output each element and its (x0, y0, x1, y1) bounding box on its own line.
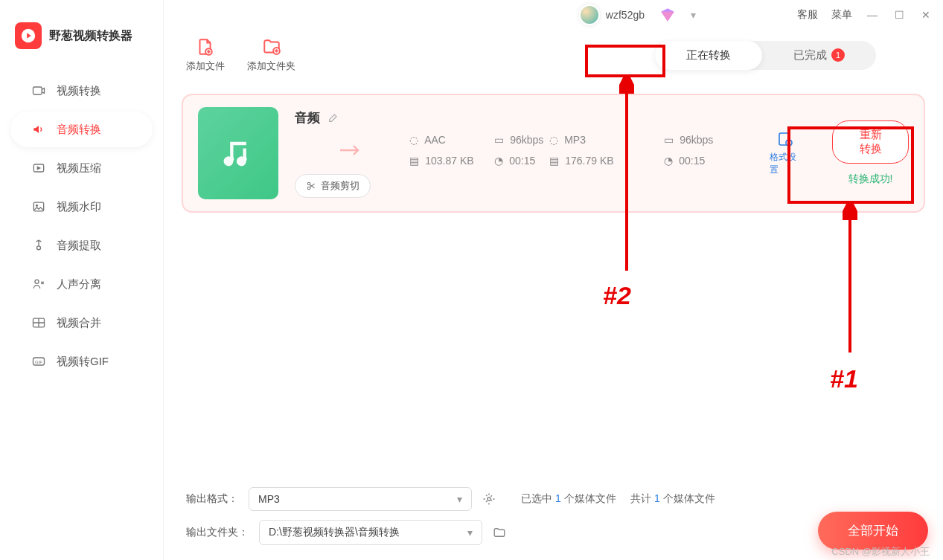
add-folder-label: 添加文件夹 (247, 59, 295, 73)
minimize-icon[interactable]: — (866, 8, 879, 22)
video-compress-icon (31, 161, 46, 176)
svg-point-6 (35, 280, 39, 283)
tgt-format: MP3 (564, 134, 586, 146)
add-file-button[interactable]: 添加文件 (186, 37, 225, 73)
video-gif-icon: GIF (31, 354, 46, 369)
sidebar-item-video-compress[interactable]: 视频压缩 (10, 150, 153, 186)
vip-diamond-icon[interactable] (658, 5, 677, 25)
out-folder-label: 输出文件夹： (186, 526, 249, 539)
item-actions: 重新转换 转换成功! (832, 120, 909, 186)
chip-label: 音频剪切 (321, 179, 359, 193)
audio-convert-icon (31, 122, 46, 137)
logo-icon (15, 22, 42, 49)
success-text: 转换成功! (848, 173, 893, 186)
voice-separate-icon (31, 277, 46, 292)
format-settings-button[interactable]: 格式设置 (770, 130, 801, 176)
media-title: 音频 (295, 109, 320, 126)
tab-converting[interactable]: 正在转换 (655, 41, 762, 70)
output-folder-select[interactable]: D:\野葱视频转换器\音频转换 ▾ (259, 520, 482, 545)
media-title-row: 音频 (295, 109, 753, 126)
size-icon: ▤ (549, 155, 559, 167)
out-format-label: 输出格式： (186, 492, 238, 506)
svg-rect-1 (33, 87, 42, 94)
media-info: 音频 ◌AAC ▭96kbps ◌MP3 ▭96kbps ▤103.87 KB … (295, 109, 753, 198)
sidebar-item-video-convert[interactable]: 视频转换 (10, 73, 153, 109)
thumbnail (198, 107, 278, 199)
src-duration: 00:15 (509, 155, 535, 167)
sidebar-item-label: 视频转GIF (57, 355, 109, 369)
selected-stats: 已选中 1 个媒体文件 共计 1 个媒体文件 (521, 492, 715, 506)
main-panel: wzf52gb ▾ 客服 菜单 — ☐ ✕ 添加文件 添加文件夹 正在转换 已完… (164, 0, 943, 560)
chevron-down-icon: ▾ (457, 493, 462, 505)
bitrate-icon: ▭ (494, 134, 504, 146)
add-file-label: 添加文件 (186, 59, 225, 73)
sidebar-item-video-merge[interactable]: 视频合并 (10, 305, 153, 341)
sidebar-item-label: 音频提取 (57, 239, 101, 253)
duration-icon: ◔ (494, 155, 503, 167)
app-logo: 野葱视频转换器 (0, 15, 163, 71)
video-merge-icon (31, 315, 46, 330)
chevron-down-icon: ▾ (467, 527, 473, 538)
codec-icon: ◌ (409, 134, 418, 146)
src-format: AAC (424, 134, 446, 146)
tgt-bitrate: 96kbps (680, 134, 713, 146)
svg-text:GIF: GIF (35, 360, 42, 364)
edit-title-icon[interactable] (327, 112, 339, 123)
size-icon: ▤ (409, 155, 419, 167)
sidebar-item-label: 视频转换 (57, 84, 101, 98)
arrow-right-icon (295, 141, 406, 159)
completed-count-badge: 1 (831, 48, 845, 62)
close-icon[interactable]: ✕ (919, 8, 933, 22)
watermark-icon (31, 199, 46, 214)
src-bitrate: 96kbps (510, 134, 543, 146)
output-format-select[interactable]: MP3 ▾ (249, 487, 472, 511)
sidebar-item-label: 音频转换 (57, 123, 101, 137)
src-size: 103.87 KB (425, 155, 473, 167)
svg-point-4 (36, 205, 38, 206)
video-convert-icon (31, 83, 46, 98)
folder-add-icon (261, 37, 282, 57)
tab-switch: 正在转换 已完成 1 (655, 41, 876, 70)
link-menu[interactable]: 菜单 (831, 8, 852, 22)
media-item-card: 音频 ◌AAC ▭96kbps ◌MP3 ▭96kbps ▤103.87 KB … (182, 94, 925, 213)
file-add-icon (195, 37, 216, 57)
avatar (579, 4, 600, 25)
user-area[interactable]: wzf52gb (579, 4, 645, 25)
bitrate-icon: ▭ (664, 134, 674, 146)
sidebar-item-label: 人声分离 (57, 277, 101, 292)
audio-trim-button[interactable]: 音频剪切 (295, 174, 371, 198)
tgt-size: 176.79 KB (565, 155, 613, 167)
add-folder-button[interactable]: 添加文件夹 (247, 37, 295, 73)
sidebar: 野葱视频转换器 视频转换 音频转换 视频压缩 视频水印 音频提取 人声分离 视频… (0, 0, 164, 560)
maximize-icon[interactable]: ☐ (892, 8, 906, 22)
format-settings-label: 格式设置 (770, 151, 801, 176)
sidebar-item-label: 视频合并 (57, 316, 101, 330)
tab-completed[interactable]: 已完成 1 (762, 41, 876, 70)
select-value: MP3 (258, 493, 280, 505)
codec-icon: ◌ (549, 134, 558, 146)
audio-extract-icon (31, 238, 46, 253)
sidebar-item-video-gif[interactable]: GIF 视频转GIF (10, 344, 153, 379)
app-title: 野葱视频转换器 (49, 28, 132, 44)
sidebar-item-audio-convert[interactable]: 音频转换 (10, 112, 153, 147)
sidebar-item-audio-extract[interactable]: 音频提取 (10, 228, 153, 263)
start-all-button[interactable]: 全部开始 (818, 512, 928, 550)
settings-gear-icon[interactable] (482, 492, 496, 506)
duration-icon: ◔ (664, 155, 673, 167)
select-value: D:\野葱视频转换器\音频转换 (269, 526, 400, 539)
sidebar-item-voice-separate[interactable]: 人声分离 (10, 266, 153, 302)
open-folder-icon[interactable] (493, 526, 506, 539)
sidebar-item-label: 视频压缩 (57, 161, 101, 176)
scissors-icon (306, 181, 316, 191)
sidebar-item-label: 视频水印 (57, 200, 101, 214)
svg-point-5 (37, 246, 41, 250)
tgt-duration: 00:15 (679, 155, 705, 167)
titlebar: wzf52gb ▾ 客服 菜单 — ☐ ✕ (164, 0, 943, 30)
link-support[interactable]: 客服 (797, 8, 818, 22)
toolbar: 添加文件 添加文件夹 正在转换 已完成 1 (164, 30, 943, 80)
tab-label: 已完成 (793, 48, 827, 62)
reconvert-button[interactable]: 重新转换 (832, 120, 909, 164)
sidebar-item-watermark[interactable]: 视频水印 (10, 189, 153, 225)
username: wzf52gb (606, 9, 645, 21)
chevron-down-icon[interactable]: ▾ (691, 9, 696, 21)
